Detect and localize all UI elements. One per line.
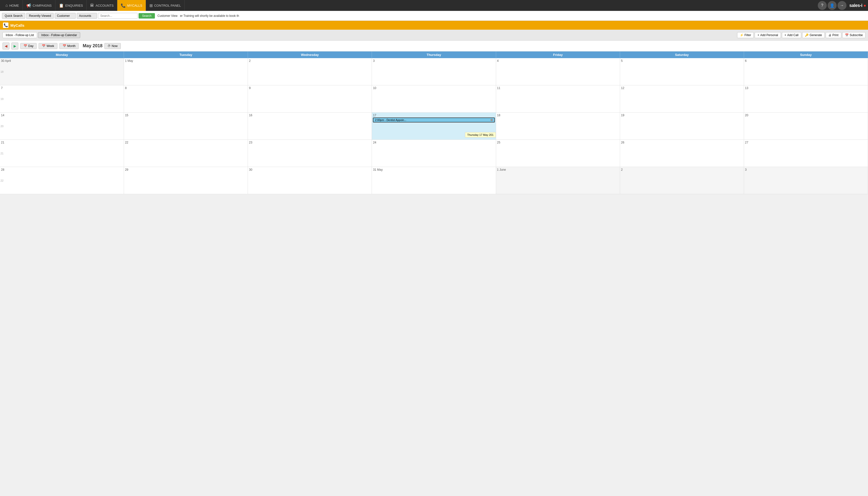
add-personal-button[interactable]: + Add Personal	[755, 32, 781, 38]
month-icon: 📅	[63, 44, 66, 48]
recently-viewed-button[interactable]: Recently Viewed	[26, 13, 54, 19]
day-number: 1 May	[125, 59, 247, 63]
cal-cell[interactable]: 29	[124, 167, 248, 194]
cal-cell[interactable]: 4	[496, 58, 620, 86]
toolbar: Quick Search Recently Viewed Customer Ac…	[0, 11, 868, 21]
cal-cell[interactable]: 16	[248, 112, 372, 140]
cal-cell[interactable]: 3	[744, 167, 868, 194]
search-button[interactable]: Search	[139, 13, 155, 18]
cal-cell[interactable]: 8	[124, 86, 248, 112]
cal-cell[interactable]: 6	[744, 58, 868, 86]
calendar-container: Monday Tuesday Wednesday Thursday Friday…	[0, 51, 868, 194]
search-input[interactable]	[98, 13, 138, 19]
tab-inbox-list[interactable]: Inbox - Follow-up List	[2, 32, 37, 38]
accounts-select[interactable]: Accounts	[77, 13, 97, 19]
cal-cell[interactable]: 30	[248, 167, 372, 194]
day-number: 8	[125, 86, 247, 90]
day-view-button[interactable]: 📅 Day	[20, 43, 36, 49]
cal-cell[interactable]: 24	[372, 140, 496, 167]
cal-cell[interactable]: 18	[496, 112, 620, 140]
now-button[interactable]: ⏱ Now	[105, 43, 121, 49]
month-view-button[interactable]: 📅 Month	[59, 43, 79, 49]
cal-cell[interactable]: 1830 April	[0, 58, 124, 86]
cal-cell[interactable]: 5	[620, 58, 744, 86]
cal-cell[interactable]: 2	[620, 167, 744, 194]
cal-cell[interactable]: 3	[372, 58, 496, 86]
day-number: 31 May	[373, 168, 495, 171]
day-number: 19	[621, 113, 743, 117]
nav-control-panel[interactable]: ⊞ CONTROL PANEL	[146, 0, 185, 11]
cal-cell[interactable]: 19	[620, 112, 744, 140]
day-number: 30 April	[1, 59, 123, 63]
help-button[interactable]: ?	[818, 1, 827, 10]
day-number: 14	[1, 113, 123, 117]
cal-cell[interactable]: 15	[124, 112, 248, 140]
subscribe-button[interactable]: 📅 Subscribe	[842, 32, 866, 38]
cal-cell[interactable]: 9	[248, 86, 372, 112]
home-icon: ⌂	[5, 3, 8, 8]
calendar-grid: 1830 April1 May2345619789101112132014151…	[0, 58, 868, 194]
day-number: 21	[1, 141, 123, 144]
nav-home[interactable]: ⌂ HOME	[2, 0, 23, 11]
week-number: 18	[0, 70, 3, 73]
day-number: 13	[745, 86, 867, 90]
cal-cell[interactable]: 2014	[0, 112, 124, 140]
calendar-event[interactable]: 2:00pm - Dentist Appoin...	[373, 118, 495, 122]
cal-cell[interactable]: 20	[744, 112, 868, 140]
user-profile-button[interactable]: 👤	[828, 1, 837, 10]
tab-inbox-calendar[interactable]: Inbox - Follow-up Calendar	[38, 32, 80, 38]
next-month-button[interactable]: ▶	[11, 43, 18, 49]
tab-group: Inbox - Follow-up List Inbox - Follow-up…	[2, 32, 80, 38]
cal-cell[interactable]: 23	[248, 140, 372, 167]
print-button[interactable]: 🖨 Print	[826, 32, 841, 38]
day-number: 22	[125, 141, 247, 144]
day-number: 3	[373, 59, 495, 63]
cal-cell[interactable]: 1 June	[496, 167, 620, 194]
customer-select[interactable]: Customer	[55, 13, 76, 19]
nav-right-actions: ? 👤 →	[818, 1, 847, 10]
cal-cell[interactable]: 31 May	[372, 167, 496, 194]
mycalls-page-icon: 📞	[3, 22, 9, 28]
generate-button[interactable]: 🔑 Generate	[802, 32, 825, 38]
filter-button[interactable]: ⚡ Filter	[737, 32, 754, 38]
week-view-button[interactable]: 📅 Week	[38, 43, 57, 49]
nav-campaigns[interactable]: 📢 CAMPAIGNS	[23, 0, 56, 11]
cal-cell[interactable]: 13	[744, 86, 868, 112]
day-number: 1 June	[497, 168, 619, 171]
cal-cell[interactable]: 2228	[0, 167, 124, 194]
cal-cell[interactable]: 11	[496, 86, 620, 112]
cal-cell[interactable]: 22	[124, 140, 248, 167]
day-number: 5	[621, 59, 743, 63]
page-header: 📞 MyCalls	[0, 21, 868, 30]
nav-enquiries[interactable]: 📋 ENQUIRIES	[56, 0, 87, 11]
cal-cell[interactable]: 197	[0, 86, 124, 112]
nav-mycalls[interactable]: 📞 MYCALLS	[117, 0, 146, 11]
cal-cell[interactable]: 26	[620, 140, 744, 167]
event-dot	[491, 119, 493, 121]
cal-cell[interactable]: 10	[372, 86, 496, 112]
quick-search-button[interactable]: Quick Search	[2, 13, 25, 19]
add-call-button[interactable]: + Add Call	[782, 32, 801, 38]
day-number: 17	[373, 113, 495, 117]
cal-cell[interactable]: 27	[744, 140, 868, 167]
nav-accounts[interactable]: 🏛 ACCOUNTS	[87, 0, 117, 11]
day-number: 29	[125, 168, 247, 171]
logout-button[interactable]: →	[838, 1, 847, 10]
cal-cell[interactable]: 2	[248, 58, 372, 86]
calendar-navigation: ◀ ▶ 📅 Day 📅 Week 📅 Month May 2018 ⏱ Now	[0, 41, 868, 51]
week-number: 20	[0, 125, 3, 128]
header-saturday: Saturday	[620, 51, 744, 58]
cal-cell[interactable]: 172:00pm - Dentist Appoin...Thursday 17 …	[372, 112, 496, 140]
cal-cell[interactable]: 12	[620, 86, 744, 112]
control-panel-icon: ⊞	[150, 3, 153, 8]
cal-cell[interactable]: 2121	[0, 140, 124, 167]
customer-select-wrap: Customer	[55, 13, 76, 19]
day-number: 12	[621, 86, 743, 90]
prev-month-button[interactable]: ◀	[2, 43, 10, 49]
header-friday: Friday	[496, 51, 620, 58]
day-number: 6	[745, 59, 867, 63]
day-number: 7	[1, 86, 123, 90]
day-number: 25	[497, 141, 619, 144]
cal-cell[interactable]: 1 May	[124, 58, 248, 86]
cal-cell[interactable]: 25	[496, 140, 620, 167]
